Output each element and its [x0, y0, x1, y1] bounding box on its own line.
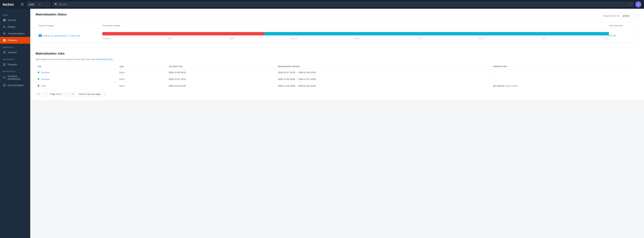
main-layout: Data Sources Entities Transformations Fe… — [0, 9, 644, 238]
processing-timeline-col-header: Processing Timeline — [102, 24, 609, 27]
failure-count: 287 failures — [493, 85, 505, 87]
feature-name-link[interactable]: partner_ctr_performance_7_days_test — [38, 34, 102, 37]
last-page-button[interactable]: >> — [70, 92, 76, 96]
timeline-bars-cell: December Thu 03 Sat 05 Mon 07 Wed 09 Fri… — [102, 32, 609, 39]
pagination: << < Page 3 of 3 > >> Show 5 rows per pa… — [36, 89, 638, 96]
tecton-sdk-link[interactable]: Tecton SDK — [74, 58, 85, 61]
status-header: Materialization Status Show timeline for… — [36, 13, 638, 19]
job-link[interactable]: Success — [41, 78, 50, 80]
job-link[interactable]: Success — [41, 71, 50, 74]
svg-rect-11 — [3, 40, 4, 41]
svg-rect-1 — [3, 19, 6, 20]
timeline-filter: Show timeline for all time last 7 days l… — [603, 14, 638, 18]
resources-section-label: Resources — [0, 69, 30, 73]
job-window-cell: 2020-11-29 19:00 → 2020-12-06 19:00 — [276, 83, 491, 89]
job-link[interactable]: Error — [41, 85, 46, 87]
axis-label-4: Wed 09 — [354, 38, 360, 39]
search-icon: 🔍 — [54, 3, 58, 6]
chevron-down-icon: ▾ — [39, 3, 48, 6]
top-navigation: tecton prod ▾ 🔍 ▾ J — [0, 0, 644, 9]
svg-rect-2 — [3, 20, 6, 20]
axis-label-8: Thu 17 — [604, 38, 609, 39]
datasets-icon — [3, 63, 6, 66]
first-page-button[interactable]: << — [36, 92, 42, 96]
sidebar-item-features[interactable]: Features — [0, 37, 30, 44]
axis-label-7: Tue 15 — [541, 38, 546, 39]
sidebar-item-label: Entities — [8, 25, 16, 28]
jobs-table-body: Success Batch 2020-12-08 19:01 2020-12-0… — [36, 69, 638, 89]
job-status-cell: Success — [36, 76, 117, 83]
job-status-cell: Error — [36, 83, 117, 89]
status-dot-green — [38, 78, 39, 80]
job-start-time-cell: 2020-12-08 19:01 — [167, 69, 276, 76]
jobs-subtitle: More details can be found by using the T… — [36, 58, 638, 61]
header-row: Job Type Job Start Time Materialization … — [36, 64, 638, 69]
timeline-axis: December Thu 03 Sat 05 Mon 07 Wed 09 Fri… — [102, 37, 609, 39]
sidebar: Data Sources Entities Transformations Fe… — [0, 9, 30, 238]
svg-text:?: ? — [4, 85, 5, 86]
status-dot-green — [38, 71, 39, 73]
col-info: Additional Info — [491, 64, 638, 69]
search-dropdown-icon: ▾ — [630, 3, 631, 5]
svg-point-5 — [3, 27, 4, 27]
svg-text:tecton: tecton — [3, 2, 14, 6]
sidebar-item-documentation[interactable]: ? Documentation — [0, 82, 30, 89]
job-info-cell: - — [491, 69, 638, 76]
chart-header: Feature Package Processing Timeline Last… — [38, 24, 636, 28]
sidebar-item-sources[interactable]: Sources — [0, 17, 30, 23]
timeline-bars — [102, 32, 609, 36]
svg-rect-3 — [3, 21, 6, 21]
logo: tecton — [3, 2, 16, 7]
job-window-cell: 2020-12-07 19:00 → 2020-12-08 19:00 — [276, 69, 491, 76]
axis-label-6: Dec 13 — [479, 38, 484, 39]
timeline-filter-label: Show timeline for — [603, 14, 620, 17]
artifacts-section-label: Artifacts — [0, 57, 30, 61]
rows-per-page-select[interactable]: Show 5 rows per page Show 10 rows per pa… — [77, 92, 106, 96]
sidebar-item-entities[interactable]: Entities — [0, 23, 30, 30]
col-window: Materialization Window — [276, 64, 491, 69]
timeline-select-wrapper[interactable]: all time last 7 days last 30 days — [621, 14, 638, 18]
jobs-table-header: Job Type Job Start Time Materialization … — [36, 64, 638, 69]
services-icon — [3, 51, 6, 54]
job-info-cell: - — [491, 76, 638, 83]
job-start-time-cell: 2020-12-07 19:01 — [167, 76, 276, 83]
axis-label-0: December — [102, 38, 110, 39]
svg-rect-12 — [4, 40, 6, 41]
search-bar[interactable]: 🔍 ▾ — [52, 2, 633, 7]
feature-name: partner_ctr_performance_7_days_test — [43, 34, 80, 37]
axis-label-1: Thu 03 — [167, 38, 172, 39]
job-status-cell: Success — [36, 69, 117, 76]
timeline-select[interactable]: all time last 7 days last 30 days — [621, 14, 638, 18]
materialization-jobs-section: Materialization Jobs More details can be… — [30, 48, 644, 100]
sidebar-item-label: Features — [8, 39, 17, 42]
prev-page-button[interactable]: < — [43, 92, 48, 96]
job-start-time-cell: 2020-12-10 20:20 — [167, 83, 276, 89]
table-row: Success Batch 2020-12-07 19:01 2020-12-0… — [36, 76, 638, 83]
axis-label-5: Fri 11 — [417, 38, 422, 39]
search-input[interactable] — [59, 3, 629, 6]
sidebar-item-label: Documentation — [8, 84, 24, 87]
workspace-selector[interactable]: prod ▾ — [27, 2, 50, 7]
sidebar-item-transformations[interactable]: Transformations — [0, 30, 30, 37]
sidebar-item-compute[interactable]: Compute (Databricks) — [0, 73, 30, 82]
rows-per-page-wrapper[interactable]: Show 5 rows per page Show 10 rows per pa… — [77, 92, 106, 96]
jobs-table: Job Type Job Start Time Materialization … — [36, 64, 638, 89]
user-avatar[interactable]: J — [635, 1, 641, 7]
sidebar-item-datasets[interactable]: Datasets — [0, 61, 30, 68]
apps-grid-icon[interactable] — [21, 3, 24, 6]
documentation-icon: ? — [3, 84, 6, 87]
svg-rect-10 — [4, 39, 6, 40]
compute-icon — [3, 76, 6, 79]
most-recent-link[interactable]: (most recent) — [505, 85, 518, 87]
sidebar-item-label: Services — [8, 51, 17, 54]
next-page-button[interactable]: > — [63, 92, 68, 96]
feature-package-col-header: Feature Package — [38, 24, 102, 27]
monitoring-guide-link[interactable]: Monitoring Guide — [96, 58, 113, 61]
chart-row: partner_ctr_performance_7_days_test Dece… — [38, 30, 636, 41]
sidebar-item-services[interactable]: Services — [0, 49, 30, 56]
feature-name-cell: partner_ctr_performance_7_days_test — [38, 34, 102, 37]
col-job: Job — [36, 64, 117, 69]
svg-rect-9 — [3, 39, 4, 40]
sidebar-item-label: Sources — [8, 19, 16, 21]
transformations-icon — [3, 32, 6, 35]
